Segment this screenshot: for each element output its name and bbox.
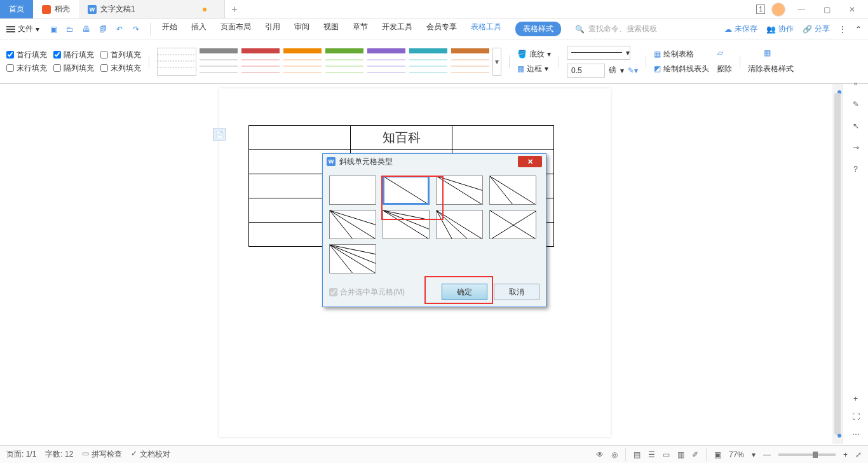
new-doc-icon[interactable]: ▣: [48, 24, 58, 34]
eraser-button[interactable]: ▱擦除: [717, 48, 732, 74]
pencil-tool-icon[interactable]: ✎: [853, 100, 859, 109]
tab-references[interactable]: 引用: [265, 22, 280, 36]
chevron-down-icon[interactable]: ▾: [620, 66, 624, 75]
diag-split-4b[interactable]: [383, 210, 430, 239]
print-icon[interactable]: 🖶: [81, 24, 92, 34]
clear-style-button[interactable]: ▦清除表格样式: [748, 48, 794, 74]
scrollbar-thumb[interactable]: [834, 93, 841, 435]
tab-docer[interactable]: 稻壳: [33, 0, 79, 18]
window-badge[interactable]: 1: [756, 4, 765, 14]
chk-band-col[interactable]: 隔列填充: [53, 63, 94, 74]
help-icon[interactable]: ?: [853, 165, 858, 174]
view-read-icon[interactable]: ▭: [663, 450, 670, 459]
settings-tool-icon[interactable]: ⊸: [853, 143, 859, 152]
tab-document[interactable]: W 文字文稿1: [79, 0, 225, 18]
style-purple[interactable]: [367, 48, 406, 76]
fit-icon[interactable]: ▣: [714, 450, 721, 459]
chevron-down-icon[interactable]: ▾: [752, 450, 756, 459]
chk-band-row[interactable]: 隔行填充: [53, 50, 94, 60]
zoom-in-button[interactable]: +: [843, 450, 848, 459]
zoom-level[interactable]: 77%: [729, 450, 744, 459]
line-weight-input[interactable]: 0.5: [567, 64, 605, 78]
ok-button[interactable]: 确定: [442, 284, 487, 300]
more-menu[interactable]: ⋮: [839, 25, 846, 34]
diag-none[interactable]: [329, 176, 376, 205]
dialog-close-button[interactable]: ✕: [518, 156, 542, 167]
line-style-select[interactable]: ▾: [567, 46, 630, 60]
collapse-ribbon-icon[interactable]: ⌃: [855, 25, 862, 34]
chk-last-col[interactable]: 末列填充: [100, 63, 141, 74]
dialog-titlebar[interactable]: W 斜线单元格类型 ✕: [323, 154, 546, 169]
zoom-out-button[interactable]: —: [763, 450, 771, 459]
chk-last-row[interactable]: 末行填充: [6, 63, 47, 74]
user-avatar[interactable]: [771, 3, 785, 17]
diag-fan[interactable]: [329, 244, 376, 273]
border-button[interactable]: ▦边框▾: [517, 64, 551, 74]
page-indicator[interactable]: 页面: 1/1: [6, 449, 36, 460]
maximize-button[interactable]: ▢: [817, 1, 836, 18]
collab-link[interactable]: 👥协作: [766, 24, 794, 34]
style-green[interactable]: [325, 48, 364, 76]
tab-section[interactable]: 章节: [353, 22, 368, 36]
pen-color-icon[interactable]: ✎▾: [628, 66, 638, 75]
close-button[interactable]: ✕: [843, 1, 862, 18]
tab-insert[interactable]: 插入: [191, 22, 207, 36]
fullscreen-icon[interactable]: ⤢: [855, 450, 862, 459]
diag-split-4c[interactable]: [436, 210, 483, 239]
rail-chevron-icon[interactable]: «: [854, 80, 858, 87]
new-tab-button[interactable]: +: [225, 0, 244, 18]
plus-icon[interactable]: +: [853, 394, 858, 403]
draw-table-button[interactable]: ▦绘制表格: [654, 49, 709, 60]
minimize-button[interactable]: —: [792, 1, 811, 18]
select-tool-icon[interactable]: ↖: [853, 121, 859, 130]
redo-icon[interactable]: ↷: [131, 24, 141, 34]
page-tag-icon[interactable]: 📄: [213, 128, 226, 141]
open-icon[interactable]: 🗀: [65, 24, 75, 34]
search-box[interactable]: 🔍 查找命令、搜索模板: [575, 24, 657, 34]
proofing-toggle[interactable]: ✓文档校对: [131, 449, 170, 460]
diag-cross[interactable]: [489, 210, 536, 239]
share-link[interactable]: 🔗分享: [803, 24, 830, 34]
style-plain[interactable]: [157, 48, 196, 76]
view-page-icon[interactable]: ▤: [634, 450, 641, 459]
expand-icon[interactable]: ⛶: [852, 412, 860, 421]
view-web-icon[interactable]: ▥: [677, 450, 684, 459]
word-count[interactable]: 字数: 12: [45, 449, 73, 460]
diag-split-4a[interactable]: [329, 210, 376, 239]
diag-tl-br[interactable]: [383, 176, 430, 205]
gallery-more[interactable]: ▾: [492, 48, 501, 76]
draw-diagonal-button[interactable]: ◩绘制斜线表头: [654, 64, 709, 74]
style-teal[interactable]: [409, 48, 448, 76]
tab-page-layout[interactable]: 页面布局: [220, 22, 251, 36]
shading-button[interactable]: 🪣底纹▾: [517, 49, 551, 60]
view-print-icon[interactable]: ✐: [692, 450, 698, 459]
eye-icon[interactable]: 👁: [596, 450, 604, 459]
zoom-knob[interactable]: [813, 452, 818, 458]
diag-split-3a[interactable]: [436, 176, 483, 205]
tab-home[interactable]: 首页: [0, 0, 33, 18]
tab-table-tools[interactable]: 表格工具: [471, 22, 501, 36]
more-icon[interactable]: ⋯: [852, 430, 860, 439]
tab-start[interactable]: 开始: [162, 22, 177, 36]
tab-review[interactable]: 审阅: [294, 22, 309, 36]
style-gray[interactable]: [199, 48, 238, 76]
tab-vip[interactable]: 会员专享: [426, 22, 457, 36]
unsaved-link[interactable]: ☁未保存: [724, 24, 757, 34]
undo-icon[interactable]: ↶: [114, 24, 125, 34]
tab-view[interactable]: 视图: [323, 22, 339, 36]
diag-split-3b[interactable]: [489, 176, 536, 205]
style-brown[interactable]: [451, 48, 490, 76]
style-orange[interactable]: [283, 48, 322, 76]
style-red[interactable]: [241, 48, 280, 76]
view-outline-icon[interactable]: ☰: [648, 450, 655, 459]
vertical-scrollbar[interactable]: [832, 84, 843, 444]
print-preview-icon[interactable]: 🗐: [98, 24, 108, 34]
cell-title[interactable]: 知百科: [351, 126, 452, 150]
cancel-button[interactable]: 取消: [494, 284, 539, 300]
focus-icon[interactable]: ◎: [611, 450, 618, 459]
file-menu[interactable]: 文件 ▾: [6, 24, 39, 34]
tab-table-style[interactable]: 表格样式: [515, 22, 561, 36]
chk-first-row[interactable]: 首行填充: [6, 50, 47, 60]
tab-developer[interactable]: 开发工具: [382, 22, 412, 36]
chk-first-col[interactable]: 首列填充: [100, 50, 141, 60]
